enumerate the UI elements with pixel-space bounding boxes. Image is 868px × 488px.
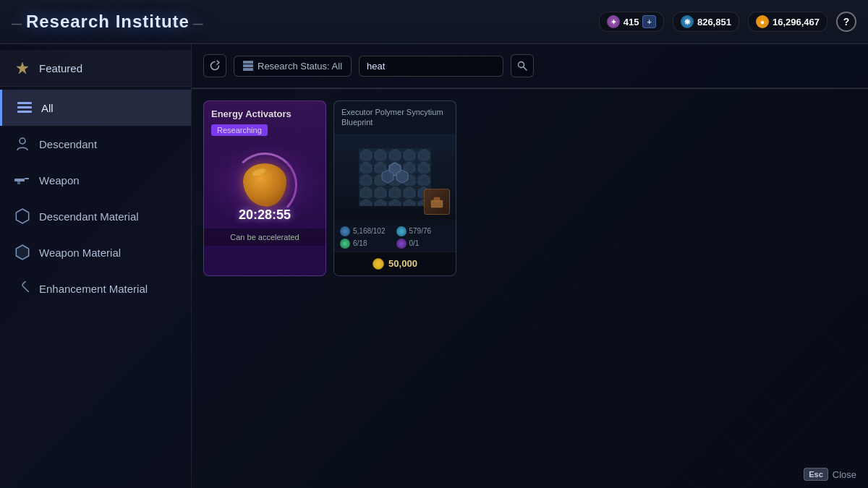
svg-line-15	[524, 67, 527, 71]
search-input[interactable]	[359, 56, 503, 77]
sidebar-item-weapon-material-label: Weapon Material	[39, 247, 121, 259]
resources-grid: 5,168/102 579/76 6/18 0/1	[334, 221, 456, 252]
sidebar-item-weapon-material[interactable]: Weapon Material	[0, 234, 191, 270]
resource-icon-1	[340, 226, 350, 236]
sidebar-item-featured[interactable]: Featured	[0, 50, 191, 87]
sidebar-item-enhancement-material[interactable]: Enhancement Material	[0, 270, 191, 307]
search-button[interactable]	[511, 54, 534, 77]
weapon-icon	[14, 172, 30, 188]
help-button[interactable]: ?	[836, 12, 856, 32]
svg-rect-5	[14, 179, 25, 181]
svg-rect-7	[17, 181, 20, 184]
esc-key: Esc	[804, 468, 828, 481]
resource-icon-2	[396, 226, 407, 236]
svg-marker-21	[396, 170, 408, 183]
svg-point-4	[20, 138, 25, 144]
sidebar-item-weapon[interactable]: Weapon	[0, 162, 191, 198]
header: Research Institute ✦ 415 + ❋ 826,851 ● 1…	[0, 0, 868, 44]
svg-rect-12	[243, 64, 253, 67]
resource-icon-4	[396, 239, 407, 249]
card-price: 50,000	[334, 252, 456, 275]
descendant-material-icon	[14, 208, 30, 224]
energy-timer: 20:28:55	[204, 207, 326, 223]
svg-marker-22	[382, 170, 393, 183]
descendant-icon	[14, 136, 30, 152]
currency-blue-icon: ❋	[681, 15, 694, 28]
resource-row-3: 6/18	[340, 239, 394, 249]
enhancement-material-icon	[14, 281, 30, 296]
hex-pattern	[359, 148, 431, 206]
page-title: Research Institute	[12, 12, 204, 32]
svg-rect-11	[243, 61, 253, 64]
svg-rect-24	[434, 197, 440, 202]
executor-title: Executor Polymer Syncytium Blueprint	[334, 101, 456, 134]
resource-value-1: 5,168/102	[353, 227, 386, 235]
sidebar-item-featured-label: Featured	[39, 62, 82, 74]
close-label: Close	[833, 469, 856, 480]
content-area: Research Status: All Energy Activators R…	[192, 44, 868, 488]
sidebar-item-weapon-label: Weapon	[39, 174, 80, 187]
header-currencies: ✦ 415 + ❋ 826,851 ● 16,296,467 ?	[599, 12, 856, 32]
currency-gold-value: 16,296,467	[773, 17, 820, 27]
research-status-label: Research Status: All	[258, 61, 342, 72]
currency-purple-icon: ✦	[607, 15, 620, 28]
weapon-material-icon	[14, 244, 30, 260]
resource-value-4: 0/1	[409, 239, 420, 247]
svg-rect-6	[25, 178, 29, 179]
energy-activators-image: 20:28:55	[204, 142, 326, 228]
sidebar-item-enhancement-material-label: Enhancement Material	[39, 283, 148, 295]
footer: Esc Close	[804, 468, 856, 481]
card-energy-activators[interactable]: Energy Activators Researching 20:28:55 C…	[203, 100, 326, 276]
svg-rect-3	[17, 111, 32, 113]
featured-icon	[14, 60, 30, 76]
svg-rect-1	[17, 102, 32, 104]
refresh-button[interactable]	[203, 54, 226, 77]
price-value: 50,000	[388, 258, 417, 269]
sidebar-item-all-label: All	[41, 102, 54, 114]
topbar: Research Status: All	[192, 44, 868, 88]
sidebar: Featured All Descendant	[0, 44, 192, 488]
svg-rect-19	[359, 148, 431, 206]
resource-row-1: 5,168/102	[340, 226, 394, 236]
main-layout: Featured All Descendant	[0, 44, 868, 488]
currency-purple-value: 415	[624, 17, 639, 27]
gold-coin-icon	[373, 258, 384, 270]
currency-gold: ● 16,296,467	[748, 12, 827, 32]
executor-image-area	[334, 134, 456, 221]
svg-rect-10	[22, 281, 29, 292]
resource-row-4: 0/1	[396, 239, 451, 249]
svg-marker-0	[17, 62, 28, 74]
energy-activators-badge: Researching	[211, 124, 268, 136]
sidebar-item-descendant-label: Descendant	[39, 138, 97, 150]
currency-purple: ✦ 415 +	[599, 12, 664, 32]
currency-blue-value: 826,851	[697, 17, 731, 27]
corner-item-badge	[424, 189, 450, 215]
resource-row-2: 579/76	[396, 226, 451, 236]
sidebar-item-descendant[interactable]: Descendant	[0, 126, 191, 162]
currency-gold-icon: ●	[756, 15, 769, 28]
sidebar-item-all[interactable]: All	[0, 90, 191, 126]
resource-value-3: 6/18	[353, 239, 367, 247]
sidebar-item-descendant-material-label: Descendant Material	[39, 210, 139, 223]
currency-blue: ❋ 826,851	[673, 12, 739, 32]
sidebar-item-descendant-material[interactable]: Descendant Material	[0, 198, 191, 234]
currency-plus-button[interactable]: +	[642, 15, 655, 28]
svg-marker-9	[16, 245, 28, 260]
all-icon	[17, 100, 33, 116]
accelerate-text: Can be accelerated	[204, 228, 326, 246]
card-executor-blueprint[interactable]: Executor Polymer Syncytium Blueprint	[333, 100, 456, 276]
energy-activators-title: Energy Activators	[204, 101, 326, 123]
resource-value-2: 579/76	[409, 227, 432, 235]
svg-rect-13	[243, 68, 253, 71]
svg-rect-2	[17, 106, 32, 108]
cards-area: Energy Activators Researching 20:28:55 C…	[192, 89, 868, 288]
svg-marker-8	[16, 209, 28, 223]
resource-icon-3	[340, 239, 350, 249]
research-status-button[interactable]: Research Status: All	[234, 56, 352, 77]
